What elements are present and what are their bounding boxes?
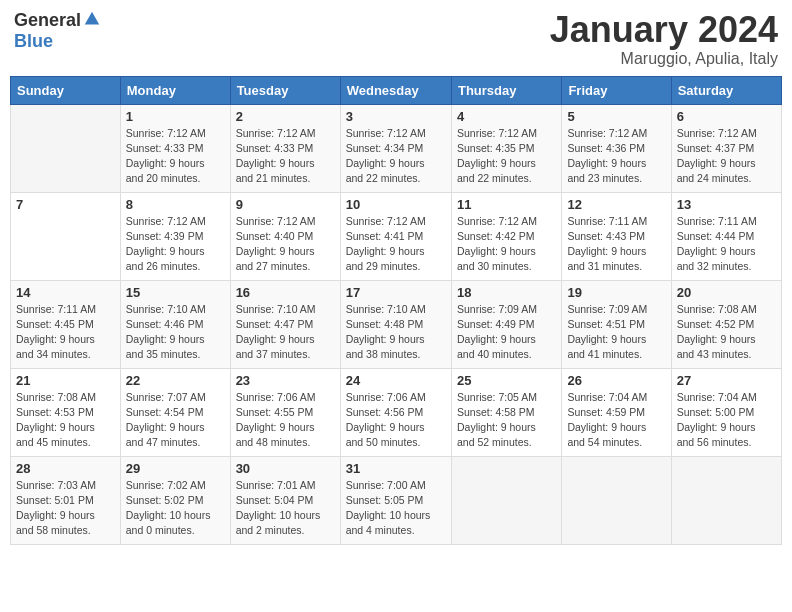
day-info: Sunrise: 7:10 AM Sunset: 4:48 PM Dayligh… bbox=[346, 302, 446, 363]
day-number: 26 bbox=[567, 373, 665, 388]
day-number: 6 bbox=[677, 109, 776, 124]
day-number: 23 bbox=[236, 373, 335, 388]
calendar-cell bbox=[671, 456, 781, 544]
day-info: Sunrise: 7:12 AM Sunset: 4:36 PM Dayligh… bbox=[567, 126, 665, 187]
calendar-cell: 1Sunrise: 7:12 AM Sunset: 4:33 PM Daylig… bbox=[120, 104, 230, 192]
day-info: Sunrise: 7:11 AM Sunset: 4:45 PM Dayligh… bbox=[16, 302, 115, 363]
calendar-cell: 14Sunrise: 7:11 AM Sunset: 4:45 PM Dayli… bbox=[11, 280, 121, 368]
calendar-cell: 9Sunrise: 7:12 AM Sunset: 4:40 PM Daylig… bbox=[230, 192, 340, 280]
day-info: Sunrise: 7:04 AM Sunset: 5:00 PM Dayligh… bbox=[677, 390, 776, 451]
day-info: Sunrise: 7:12 AM Sunset: 4:35 PM Dayligh… bbox=[457, 126, 556, 187]
day-number: 27 bbox=[677, 373, 776, 388]
calendar-cell: 23Sunrise: 7:06 AM Sunset: 4:55 PM Dayli… bbox=[230, 368, 340, 456]
day-number: 9 bbox=[236, 197, 335, 212]
logo: General Blue bbox=[14, 10, 101, 52]
weekday-header-tuesday: Tuesday bbox=[230, 76, 340, 104]
day-number: 18 bbox=[457, 285, 556, 300]
calendar-cell: 10Sunrise: 7:12 AM Sunset: 4:41 PM Dayli… bbox=[340, 192, 451, 280]
day-number: 2 bbox=[236, 109, 335, 124]
day-number: 13 bbox=[677, 197, 776, 212]
calendar-cell: 24Sunrise: 7:06 AM Sunset: 4:56 PM Dayli… bbox=[340, 368, 451, 456]
calendar-cell: 18Sunrise: 7:09 AM Sunset: 4:49 PM Dayli… bbox=[451, 280, 561, 368]
calendar-cell: 16Sunrise: 7:10 AM Sunset: 4:47 PM Dayli… bbox=[230, 280, 340, 368]
day-info: Sunrise: 7:02 AM Sunset: 5:02 PM Dayligh… bbox=[126, 478, 225, 539]
weekday-header-monday: Monday bbox=[120, 76, 230, 104]
day-info: Sunrise: 7:12 AM Sunset: 4:33 PM Dayligh… bbox=[236, 126, 335, 187]
day-number: 3 bbox=[346, 109, 446, 124]
calendar-cell: 4Sunrise: 7:12 AM Sunset: 4:35 PM Daylig… bbox=[451, 104, 561, 192]
day-number: 31 bbox=[346, 461, 446, 476]
day-number: 16 bbox=[236, 285, 335, 300]
day-number: 4 bbox=[457, 109, 556, 124]
day-number: 5 bbox=[567, 109, 665, 124]
day-info: Sunrise: 7:10 AM Sunset: 4:46 PM Dayligh… bbox=[126, 302, 225, 363]
day-number: 25 bbox=[457, 373, 556, 388]
weekday-header-saturday: Saturday bbox=[671, 76, 781, 104]
calendar-cell: 3Sunrise: 7:12 AM Sunset: 4:34 PM Daylig… bbox=[340, 104, 451, 192]
logo-blue-text: Blue bbox=[14, 31, 53, 52]
weekday-header-friday: Friday bbox=[562, 76, 671, 104]
page-header: General Blue January 2024 Maruggio, Apul… bbox=[10, 10, 782, 68]
calendar-cell: 11Sunrise: 7:12 AM Sunset: 4:42 PM Dayli… bbox=[451, 192, 561, 280]
calendar-cell: 17Sunrise: 7:10 AM Sunset: 4:48 PM Dayli… bbox=[340, 280, 451, 368]
day-info: Sunrise: 7:09 AM Sunset: 4:49 PM Dayligh… bbox=[457, 302, 556, 363]
day-number: 1 bbox=[126, 109, 225, 124]
day-info: Sunrise: 7:12 AM Sunset: 4:37 PM Dayligh… bbox=[677, 126, 776, 187]
calendar-cell: 25Sunrise: 7:05 AM Sunset: 4:58 PM Dayli… bbox=[451, 368, 561, 456]
calendar-cell: 31Sunrise: 7:00 AM Sunset: 5:05 PM Dayli… bbox=[340, 456, 451, 544]
day-info: Sunrise: 7:12 AM Sunset: 4:33 PM Dayligh… bbox=[126, 126, 225, 187]
day-info: Sunrise: 7:05 AM Sunset: 4:58 PM Dayligh… bbox=[457, 390, 556, 451]
day-number: 8 bbox=[126, 197, 225, 212]
day-number: 19 bbox=[567, 285, 665, 300]
day-info: Sunrise: 7:08 AM Sunset: 4:53 PM Dayligh… bbox=[16, 390, 115, 451]
day-number: 24 bbox=[346, 373, 446, 388]
calendar-cell: 13Sunrise: 7:11 AM Sunset: 4:44 PM Dayli… bbox=[671, 192, 781, 280]
day-number: 15 bbox=[126, 285, 225, 300]
day-info: Sunrise: 7:12 AM Sunset: 4:41 PM Dayligh… bbox=[346, 214, 446, 275]
calendar-cell: 12Sunrise: 7:11 AM Sunset: 4:43 PM Dayli… bbox=[562, 192, 671, 280]
weekday-header-sunday: Sunday bbox=[11, 76, 121, 104]
calendar-cell: 22Sunrise: 7:07 AM Sunset: 4:54 PM Dayli… bbox=[120, 368, 230, 456]
week-row-5: 28Sunrise: 7:03 AM Sunset: 5:01 PM Dayli… bbox=[11, 456, 782, 544]
calendar-cell: 27Sunrise: 7:04 AM Sunset: 5:00 PM Dayli… bbox=[671, 368, 781, 456]
day-number: 21 bbox=[16, 373, 115, 388]
day-info: Sunrise: 7:12 AM Sunset: 4:42 PM Dayligh… bbox=[457, 214, 556, 275]
logo-icon bbox=[83, 10, 101, 28]
week-row-3: 14Sunrise: 7:11 AM Sunset: 4:45 PM Dayli… bbox=[11, 280, 782, 368]
calendar-cell: 29Sunrise: 7:02 AM Sunset: 5:02 PM Dayli… bbox=[120, 456, 230, 544]
day-info: Sunrise: 7:12 AM Sunset: 4:39 PM Dayligh… bbox=[126, 214, 225, 275]
month-title: January 2024 bbox=[550, 10, 778, 50]
day-info: Sunrise: 7:00 AM Sunset: 5:05 PM Dayligh… bbox=[346, 478, 446, 539]
day-info: Sunrise: 7:04 AM Sunset: 4:59 PM Dayligh… bbox=[567, 390, 665, 451]
day-info: Sunrise: 7:07 AM Sunset: 4:54 PM Dayligh… bbox=[126, 390, 225, 451]
svg-marker-0 bbox=[85, 11, 99, 24]
calendar-table: SundayMondayTuesdayWednesdayThursdayFrid… bbox=[10, 76, 782, 545]
day-info: Sunrise: 7:03 AM Sunset: 5:01 PM Dayligh… bbox=[16, 478, 115, 539]
day-number: 30 bbox=[236, 461, 335, 476]
week-row-1: 1Sunrise: 7:12 AM Sunset: 4:33 PM Daylig… bbox=[11, 104, 782, 192]
calendar-cell: 21Sunrise: 7:08 AM Sunset: 4:53 PM Dayli… bbox=[11, 368, 121, 456]
day-info: Sunrise: 7:11 AM Sunset: 4:44 PM Dayligh… bbox=[677, 214, 776, 275]
logo-general-text: General bbox=[14, 10, 81, 31]
day-number: 11 bbox=[457, 197, 556, 212]
week-row-4: 21Sunrise: 7:08 AM Sunset: 4:53 PM Dayli… bbox=[11, 368, 782, 456]
calendar-cell: 26Sunrise: 7:04 AM Sunset: 4:59 PM Dayli… bbox=[562, 368, 671, 456]
calendar-cell: 7 bbox=[11, 192, 121, 280]
day-number: 22 bbox=[126, 373, 225, 388]
week-row-2: 78Sunrise: 7:12 AM Sunset: 4:39 PM Dayli… bbox=[11, 192, 782, 280]
day-number: 12 bbox=[567, 197, 665, 212]
calendar-cell: 2Sunrise: 7:12 AM Sunset: 4:33 PM Daylig… bbox=[230, 104, 340, 192]
calendar-cell: 8Sunrise: 7:12 AM Sunset: 4:39 PM Daylig… bbox=[120, 192, 230, 280]
day-info: Sunrise: 7:11 AM Sunset: 4:43 PM Dayligh… bbox=[567, 214, 665, 275]
day-number: 28 bbox=[16, 461, 115, 476]
calendar-cell: 5Sunrise: 7:12 AM Sunset: 4:36 PM Daylig… bbox=[562, 104, 671, 192]
weekday-header-wednesday: Wednesday bbox=[340, 76, 451, 104]
day-number: 20 bbox=[677, 285, 776, 300]
day-info: Sunrise: 7:10 AM Sunset: 4:47 PM Dayligh… bbox=[236, 302, 335, 363]
calendar-cell: 15Sunrise: 7:10 AM Sunset: 4:46 PM Dayli… bbox=[120, 280, 230, 368]
calendar-cell bbox=[11, 104, 121, 192]
day-info: Sunrise: 7:06 AM Sunset: 4:55 PM Dayligh… bbox=[236, 390, 335, 451]
day-info: Sunrise: 7:06 AM Sunset: 4:56 PM Dayligh… bbox=[346, 390, 446, 451]
day-info: Sunrise: 7:08 AM Sunset: 4:52 PM Dayligh… bbox=[677, 302, 776, 363]
day-info: Sunrise: 7:12 AM Sunset: 4:34 PM Dayligh… bbox=[346, 126, 446, 187]
